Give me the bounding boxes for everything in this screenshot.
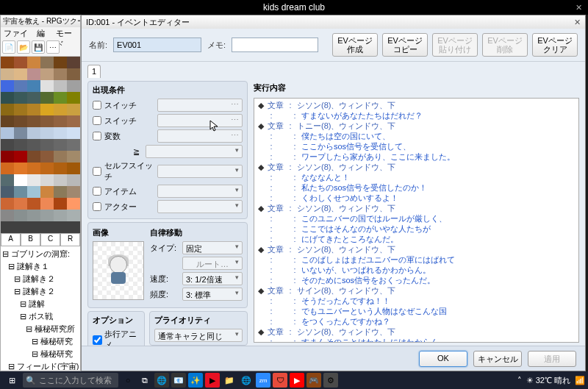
open-file-button[interactable]: 📂: [17, 40, 30, 54]
network-icon[interactable]: 📶: [575, 376, 585, 385]
tree-item[interactable]: ⊟ 極秘研究所: [2, 323, 79, 335]
page-tabs: 1: [82, 62, 585, 78]
app-icon-2[interactable]: 📧: [171, 373, 186, 388]
cond-check-変数[interactable]: [93, 132, 101, 140]
app-icon-rpgmaker[interactable]: 🎮: [306, 373, 321, 388]
menu-ファイル[interactable]: ファイル: [4, 28, 32, 38]
app-icon-4[interactable]: ▶: [205, 373, 220, 388]
command-line[interactable]: ::くわしくせつめいするよ！: [257, 193, 576, 203]
cond-field-セルフスイッチ[interactable]: [157, 165, 243, 178]
command-line[interactable]: ::そうだったんですね！！: [257, 296, 576, 306]
apply-button[interactable]: 適用: [528, 351, 576, 367]
app-icon-zoom[interactable]: zm: [256, 373, 270, 388]
command-line[interactable]: ::でもユニバーという人物はなぜこんな国: [257, 306, 576, 316]
command-line[interactable]: ::すまんそのことはわたしにはわからん。: [257, 337, 576, 343]
cond-field-スイッチ[interactable]: [157, 99, 243, 112]
command-line[interactable]: ::いないが、いつばれるかわからん。: [257, 265, 576, 275]
cond-check-アクター[interactable]: [93, 202, 101, 211]
app-icon-youtube[interactable]: ▶: [290, 373, 304, 388]
zoom-close-icon[interactable]: ✕: [576, 3, 582, 13]
page-btn[interactable]: EVページクリア: [532, 33, 578, 57]
cancel-button[interactable]: キャンセル: [473, 351, 522, 367]
command-line[interactable]: ◆文章:シソン(8)、ウィンドウ、下: [257, 326, 576, 337]
page-tab-1[interactable]: 1: [87, 65, 101, 78]
command-line[interactable]: ::ここからsos信号を受信して、: [257, 141, 576, 151]
cond-field-アイテム[interactable]: [157, 185, 243, 198]
command-line[interactable]: ◆文章:トニー(8)、ウィンドウ、下: [257, 121, 576, 131]
cond-ge-spinner[interactable]: [146, 145, 243, 158]
page-btn[interactable]: EVページコピー: [382, 33, 428, 57]
tree-item[interactable]: ⊟ 謎解き２: [2, 285, 79, 298]
cond-field-アクター[interactable]: [157, 200, 243, 213]
app-icon-10[interactable]: ⚙: [323, 373, 338, 388]
command-line[interactable]: ◆文章:シソン(8)、ウィンドウ、下: [257, 203, 576, 213]
cond-check-セルフスイッチ[interactable]: [93, 167, 101, 176]
ok-button[interactable]: OK: [419, 351, 467, 367]
cond-check-アイテム[interactable]: [93, 187, 101, 196]
dialog-header-row: 名前: メモ: EVページ作成EVページコピーEVページ貼り付けEVページ削除E…: [82, 29, 585, 62]
map-tree[interactable]: ⊟ ゴブリンの洞窟:⊟ 謎解き１⊟ 謎解き２⊟ 謎解き２⊟ 謎解⊟ ボス戦⊟ 極…: [1, 246, 80, 370]
menu-編集[interactable]: 編集: [37, 28, 51, 38]
tile-tab-R[interactable]: R: [60, 233, 80, 246]
app-icon-5[interactable]: 📁: [222, 373, 237, 388]
command-line[interactable]: ::にげてきたところなんだ。: [257, 234, 576, 244]
auto-speed-combo[interactable]: 3: 1/2倍速: [182, 272, 243, 285]
start-button[interactable]: ⊞: [3, 373, 21, 388]
command-line[interactable]: ::私たちのsos信号を受信したのか！: [257, 182, 576, 193]
command-line[interactable]: ::すまないがあなたたちはだれだ？: [257, 110, 576, 121]
tileset-palette[interactable]: [1, 57, 80, 233]
more-tools-button[interactable]: ⋯: [46, 40, 60, 54]
priority-combo[interactable]: 通常キャラと同じ: [154, 329, 243, 342]
name-input[interactable]: [113, 38, 201, 52]
menu-モード[interactable]: モード: [56, 28, 77, 38]
tree-item[interactable]: ⊟ 謎解き１: [2, 260, 79, 273]
opt-歩行アニメ[interactable]: [93, 335, 102, 345]
tree-item[interactable]: ⊟ フィールド(宇宙): [2, 360, 79, 370]
command-line[interactable]: ::ワープしたら家があり、ここに来ました。: [257, 151, 576, 162]
tile-tab-B[interactable]: B: [21, 233, 40, 246]
new-file-button[interactable]: 📄: [2, 40, 15, 54]
tile-tab-C[interactable]: C: [40, 233, 60, 246]
tree-item[interactable]: ⊟ 極秘研究: [2, 335, 79, 348]
tree-item[interactable]: ⊟ ゴブリンの洞窟:: [2, 248, 79, 260]
sprite-preview[interactable]: [93, 241, 144, 300]
cond-field-スイッチ[interactable]: [157, 114, 243, 127]
tree-item[interactable]: ⊟ 謎解き２: [2, 273, 79, 285]
page-btn[interactable]: EVページ作成: [332, 33, 378, 57]
cond-check-スイッチ[interactable]: [93, 116, 101, 125]
taskbar-search[interactable]: 🔍 ここに入力して検索: [23, 373, 118, 388]
tree-item[interactable]: ⊟ 極秘研究: [2, 348, 79, 360]
weather-widget[interactable]: ☀ 32℃ 晴れ: [526, 375, 570, 386]
command-line[interactable]: ::をつくったんですかね？: [257, 316, 576, 326]
command-line[interactable]: ◆文章:シソン(8)、ウィンドウ、下: [257, 244, 576, 254]
memo-input[interactable]: [232, 38, 318, 52]
app-icon-7[interactable]: 🛡: [273, 373, 287, 388]
command-line[interactable]: ::ここではそんなのがいやな人たちが: [257, 224, 576, 234]
taskview-icon[interactable]: ⧉: [137, 373, 152, 388]
save-file-button[interactable]: 💾: [32, 40, 45, 54]
command-line[interactable]: ::このユニバーの国ではルールが厳しく、: [257, 213, 576, 224]
command-line[interactable]: ::そのためにsos信号をおくったんだ。: [257, 275, 576, 285]
command-line[interactable]: ::このばしょはまだユニバーの軍にはばれて: [257, 254, 576, 265]
cond-field-変数[interactable]: [157, 129, 243, 143]
tree-item[interactable]: ⊟ ボス戦: [2, 310, 79, 323]
dialog-close-button[interactable]: ✕: [574, 18, 581, 27]
command-line[interactable]: ◆文章:サイン(8)、ウィンドウ、下: [257, 285, 576, 296]
event-command-list[interactable]: ◆文章:シソン(8)、ウィンドウ、下::すまないがあなたたちはだれだ？◆文章:ト…: [254, 98, 579, 343]
auto-freq-combo[interactable]: 3: 標準: [182, 288, 243, 301]
cortana-icon[interactable]: ○: [121, 373, 135, 388]
auto-route-button[interactable]: ルート…: [182, 257, 243, 270]
command-line[interactable]: ::僕たちは空の国にいて、: [257, 131, 576, 141]
auto-type-combo[interactable]: 固定: [182, 241, 243, 254]
app-icon-1[interactable]: 🌐: [154, 373, 169, 388]
command-line[interactable]: ::なななんと！: [257, 172, 576, 182]
tray-up-icon[interactable]: ˄: [517, 376, 522, 385]
tree-item[interactable]: ⊟ 謎解: [2, 298, 79, 310]
command-line[interactable]: ◆文章:シソン(8)、ウィンドウ、下: [257, 100, 576, 110]
app-icon-chrome[interactable]: 🌐: [239, 373, 254, 388]
cond-check-スイッチ[interactable]: [93, 101, 101, 110]
app-icon-3[interactable]: ✨: [188, 373, 203, 388]
tile-tab-A[interactable]: A: [1, 233, 21, 246]
command-line[interactable]: ◆文章:シソン(8)、ウィンドウ、下: [257, 162, 576, 172]
system-tray[interactable]: ˄ ☀ 32℃ 晴れ 📶: [517, 375, 585, 386]
